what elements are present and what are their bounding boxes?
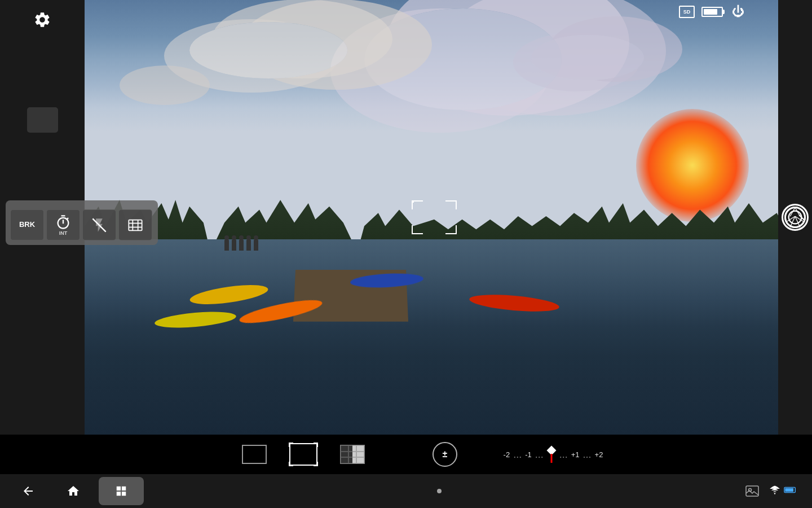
cloud-1 — [189, 22, 347, 78]
hdr-icon — [340, 445, 365, 464]
exposure-meter: -2 ... -1 ... ... +1 ... +2 — [469, 446, 638, 463]
battery-small-icon — [784, 486, 797, 494]
focus-corner-tl — [412, 200, 423, 209]
awb-icon — [242, 445, 267, 464]
focus-crosshair — [412, 200, 457, 234]
recents-button[interactable] — [99, 477, 144, 505]
svg-line-12 — [790, 216, 795, 227]
exp-dots2: ... — [535, 449, 544, 461]
battery-status — [784, 486, 797, 496]
svg-point-7 — [789, 211, 802, 224]
back-button[interactable] — [11, 477, 45, 505]
top-hud: SD ⏻ — [647, 5, 744, 19]
timer-icon — [55, 214, 71, 230]
ev-button[interactable]: ± — [421, 439, 469, 470]
viewfinder[interactable]: SD ⏻ — [85, 0, 784, 435]
exp-dots4: ... — [583, 449, 592, 461]
playback-button[interactable] — [27, 107, 58, 133]
wifi-icon — [769, 485, 780, 494]
nav-bar — [0, 474, 812, 508]
svg-line-13 — [795, 216, 800, 227]
svg-rect-14 — [746, 486, 758, 496]
exp-plus1: +1 — [571, 450, 580, 459]
back-icon — [21, 484, 35, 498]
focus-corner-br — [445, 225, 457, 234]
exp-minus1: -1 — [525, 450, 532, 459]
svg-line-11 — [795, 216, 803, 221]
home-button[interactable] — [56, 477, 90, 505]
gallery-icon — [745, 485, 759, 497]
exp-plus2: +2 — [595, 450, 603, 459]
flash-off-icon — [91, 217, 107, 233]
utilities-buttons-row: BRK INT — [10, 209, 153, 240]
people-silhouettes — [224, 239, 258, 251]
bottom-toolbar: ± -2 ... -1 ... ... +1 ... +2 — [85, 435, 784, 474]
svg-point-16 — [774, 493, 775, 494]
battery-icon — [701, 7, 723, 17]
focus-corner-bl — [412, 225, 423, 234]
exp-indicator-area — [547, 446, 556, 463]
power-button[interactable]: ⏻ — [732, 5, 744, 19]
settings-button[interactable] — [28, 6, 56, 34]
interval-sublabel: INT — [59, 230, 68, 236]
svg-line-8 — [790, 208, 795, 217]
bracket-button[interactable]: BRK — [10, 209, 44, 240]
exp-dots1: ... — [513, 449, 522, 461]
af-button[interactable] — [278, 440, 329, 468]
shutter-button[interactable] — [782, 204, 809, 231]
overlay-icon — [127, 217, 143, 233]
sunset-glow — [636, 109, 749, 222]
battery-fill — [704, 9, 717, 15]
svg-line-9 — [795, 208, 800, 217]
flash-off-button[interactable] — [82, 209, 116, 240]
home-icon — [67, 484, 80, 498]
shutter-icon — [783, 205, 807, 229]
svg-point-6 — [785, 208, 805, 227]
iso-button[interactable] — [376, 452, 421, 457]
cloud-2 — [531, 35, 644, 80]
shooting-utilities-panel: BRK INT — [6, 200, 158, 245]
battery-bar — [701, 7, 723, 17]
left-sidebar: BRK INT — [0, 0, 85, 435]
plus-minus-icon: ± — [433, 442, 457, 467]
svg-line-10 — [787, 216, 795, 221]
wifi-status-icon — [769, 485, 780, 497]
recents-icon — [115, 485, 127, 497]
interval-timer-button[interactable]: INT — [46, 209, 80, 240]
exp-minus2: -2 — [504, 450, 510, 459]
nav-indicator-dot — [437, 489, 442, 493]
exp-dots3: ... — [559, 449, 568, 461]
photos-icon[interactable] — [745, 485, 759, 497]
bracket-label: BRK — [19, 220, 35, 229]
exp-red-tick — [550, 454, 552, 463]
svg-rect-1 — [129, 220, 142, 230]
cloud-3 — [120, 65, 210, 105]
focus-corner-tr — [445, 200, 457, 209]
awb-button[interactable] — [231, 442, 278, 467]
sd-card-icon: SD — [679, 6, 695, 18]
hdr-button[interactable] — [329, 442, 376, 467]
overlay-button[interactable] — [118, 209, 152, 240]
svg-rect-18 — [785, 488, 793, 492]
right-sidebar — [778, 0, 812, 435]
